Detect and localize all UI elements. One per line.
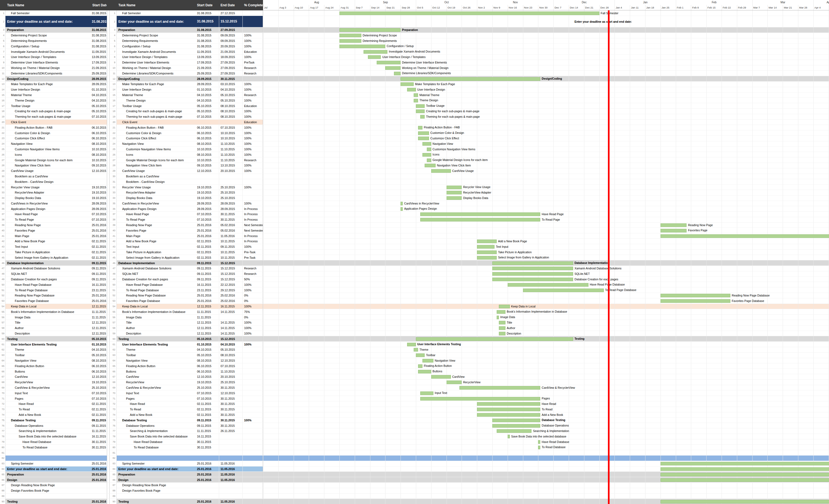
gantt-row-cell[interactable]: Searching & Implementation bbox=[263, 428, 829, 434]
cell-end-date[interactable]: 28.09.2015 bbox=[219, 201, 243, 206]
row-number[interactable]: 43 bbox=[0, 244, 5, 249]
cell-end-date[interactable]: 11.05.2016 bbox=[219, 472, 243, 477]
row-number[interactable]: 42 bbox=[0, 239, 5, 244]
cell-task-name[interactable]: Buttons bbox=[117, 369, 195, 374]
row-number[interactable]: 71 bbox=[110, 396, 117, 401]
gantt-row-cell[interactable]: Theme bbox=[263, 347, 829, 352]
row-number[interactable]: 47 bbox=[110, 266, 117, 271]
cell-start-date[interactable]: 25.01.2016 bbox=[195, 472, 219, 477]
row-number[interactable]: 31 bbox=[110, 179, 117, 184]
row-number[interactable]: 72 bbox=[0, 401, 5, 406]
cell-start-date[interactable] bbox=[91, 494, 107, 499]
cell-task-name[interactable]: Pages bbox=[117, 396, 195, 401]
cell-pct-complete[interactable]: 100% bbox=[243, 282, 263, 287]
cell-pct-complete[interactable]: 100% bbox=[243, 33, 263, 38]
row-number[interactable]: 29 bbox=[0, 168, 5, 173]
cell-start-date[interactable] bbox=[195, 456, 219, 461]
gantt-row-cell[interactable]: To Read Database bbox=[263, 444, 829, 450]
row-number[interactable]: 61 bbox=[110, 342, 117, 347]
cell-task-name[interactable]: RecyclerView bbox=[117, 380, 195, 385]
cell-start-date[interactable]: 25.01.2016 bbox=[91, 228, 107, 233]
row-number[interactable]: 11 bbox=[0, 71, 5, 76]
cell-task-name[interactable]: Floating Action Button bbox=[5, 363, 91, 369]
gantt-row-cell[interactable]: Testing bbox=[263, 336, 829, 341]
cell-pct-complete[interactable]: Pre-Task bbox=[243, 250, 263, 255]
row-number[interactable]: 32 bbox=[110, 185, 117, 190]
cell-pct-complete[interactable]: Education bbox=[243, 103, 263, 108]
cell-start-date[interactable]: 25.01.2016 bbox=[195, 499, 219, 504]
cell-start-date[interactable]: 25.01.2016 bbox=[91, 293, 107, 298]
cell-end-date[interactable]: 27.09.2015 bbox=[219, 71, 243, 76]
cell-task-name[interactable]: BookItem - CardView Design bbox=[117, 179, 195, 184]
cell-task-name[interactable]: Database Creation for each pages bbox=[117, 277, 195, 282]
cell-pct-complete[interactable]: 100% bbox=[243, 342, 263, 347]
row-number[interactable]: 45 bbox=[0, 255, 5, 260]
row-number[interactable]: 1 bbox=[0, 10, 5, 15]
row-number[interactable]: 57 bbox=[110, 320, 117, 325]
cell-task-name[interactable]: Add a New Book Page bbox=[117, 239, 195, 244]
row-number[interactable]: 24 bbox=[0, 141, 5, 147]
row-number[interactable]: 42 bbox=[110, 239, 117, 244]
cell-start-date[interactable]: 31.08.2015 bbox=[91, 16, 107, 27]
gantt-row-cell[interactable]: Have Read bbox=[263, 401, 829, 406]
row-number[interactable]: 65 bbox=[110, 363, 117, 369]
cell-start-date[interactable]: 08.10.2015 bbox=[91, 141, 107, 147]
row-number[interactable]: 83 bbox=[0, 461, 5, 466]
cell-task-name[interactable]: Display Books Data bbox=[5, 195, 91, 201]
row-number[interactable]: 60 bbox=[110, 336, 117, 341]
cell-pct-complete[interactable]: 100% bbox=[243, 168, 263, 173]
cell-pct-complete[interactable] bbox=[243, 450, 263, 455]
cell-task-name[interactable]: Have Read Page bbox=[5, 211, 91, 217]
cell-start-date[interactable]: 11.09.2015 bbox=[195, 49, 219, 54]
cell-start-date[interactable]: 04.10.2015 bbox=[91, 347, 107, 352]
gantt-row-cell[interactable]: Investigate Xamarin Android Documents bbox=[263, 49, 829, 54]
row-number[interactable]: 56 bbox=[0, 315, 5, 320]
cell-task-name[interactable]: Configuration / Setup bbox=[117, 43, 195, 49]
cell-task-name[interactable]: To Read Page Database bbox=[117, 287, 195, 293]
cell-pct-complete[interactable]: 100% bbox=[243, 43, 263, 49]
gantt-row-cell[interactable]: Configuration / Setup bbox=[263, 43, 829, 49]
cell-task-name[interactable]: Navigation View bbox=[117, 141, 195, 147]
cell-start-date[interactable]: 05.10.2015 bbox=[91, 103, 107, 108]
row-number[interactable]: 45 bbox=[110, 255, 117, 260]
row-number[interactable]: 25 bbox=[110, 147, 117, 152]
row-number[interactable]: 18 bbox=[110, 109, 117, 114]
cell-task-name[interactable]: Creating for each sub-pages & main-page bbox=[117, 109, 195, 114]
row-number[interactable]: 3 bbox=[0, 27, 5, 33]
cell-task-name[interactable]: Configuration / Setup bbox=[5, 43, 91, 49]
row-number[interactable]: 81 bbox=[0, 450, 5, 455]
cell-start-date[interactable]: 09.11.2015 bbox=[91, 260, 107, 266]
cell-end-date[interactable]: 08.10.2015 bbox=[219, 103, 243, 108]
cell-end-date[interactable]: 04.10.2015 bbox=[219, 87, 243, 92]
row-number[interactable]: 33 bbox=[0, 190, 5, 195]
cell-task-name[interactable]: Main Page bbox=[5, 233, 91, 238]
row-number[interactable]: 58 bbox=[0, 325, 5, 331]
row-number[interactable]: 10 bbox=[110, 66, 117, 71]
cell-task-name[interactable]: Display Books Data bbox=[117, 195, 195, 201]
row-number[interactable]: 16 bbox=[0, 98, 5, 103]
cell-start-date[interactable]: 09.11.2015 bbox=[195, 266, 219, 271]
gantt-row-cell[interactable]: RecyclerView Adapter bbox=[263, 190, 829, 195]
row-number[interactable]: 25 bbox=[0, 147, 5, 152]
row-number[interactable]: 53 bbox=[0, 299, 5, 304]
gantt-row-cell[interactable]: Favorites Page bbox=[263, 228, 829, 233]
cell-task-name[interactable]: To Read bbox=[117, 407, 195, 412]
gantt-row-cell[interactable]: Toolbar Usage bbox=[263, 103, 829, 108]
cell-start-date[interactable]: 12.11.2015 bbox=[91, 304, 107, 309]
cell-end-date[interactable]: 10.11.2015 bbox=[219, 250, 243, 255]
cell-start-date[interactable]: 06.10.2015 bbox=[91, 363, 107, 369]
cell-start-date[interactable]: 25.01.2016 bbox=[91, 223, 107, 228]
cell-start-date[interactable]: 02.11.2015 bbox=[195, 250, 219, 255]
cell-start-date[interactable]: 12.11.2015 bbox=[195, 304, 219, 309]
row-number[interactable]: 77 bbox=[0, 428, 5, 434]
row-number[interactable]: 2 bbox=[110, 16, 117, 27]
cell-task-name[interactable]: Database Implementation bbox=[117, 260, 195, 266]
cell-start-date[interactable]: 25.01.2016 bbox=[91, 466, 107, 472]
row-number[interactable]: 72 bbox=[110, 401, 117, 406]
cell-task-name[interactable]: Theme bbox=[117, 347, 195, 352]
row-number[interactable]: 63 bbox=[0, 353, 5, 358]
cell-pct-complete[interactable]: 100% bbox=[243, 98, 263, 103]
cell-task-name[interactable]: Customize Click Effect bbox=[5, 136, 91, 141]
cell-pct-complete[interactable] bbox=[243, 380, 263, 385]
gantt-row-cell[interactable]: Preparation bbox=[263, 27, 829, 33]
